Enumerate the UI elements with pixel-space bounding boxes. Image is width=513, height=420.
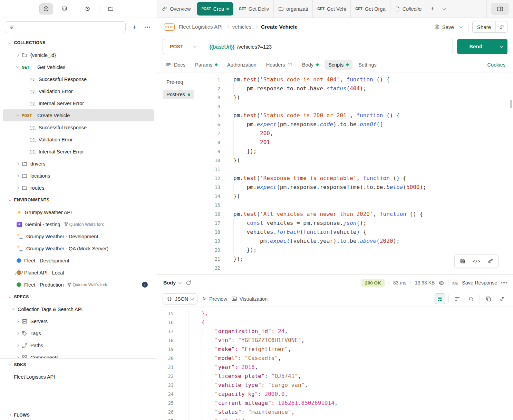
script-editor[interactable]: 1pm.test('Status code is not 404', funct… — [200, 72, 513, 274]
sidebar-item-paths[interactable]: Paths — [0, 339, 157, 351]
sidebar-item-grumpy-weather-development[interactable]: ☀☁Grumpy Weather - Development — [0, 230, 157, 242]
code-line[interactable]: 12pm.test('Response time is acceptable',… — [200, 174, 513, 183]
code-line[interactable]: 21"year": 2018, — [157, 363, 513, 372]
code-line[interactable]: 2pm.response.to.not.have.status(404); — [200, 84, 513, 93]
sidebar-item-fleet-production[interactable]: Fleet - ProductionQuinton Wall's fork✓ — [0, 279, 157, 291]
folders-icon[interactable] — [104, 3, 118, 14]
search-icon[interactable] — [466, 293, 476, 304]
sidebar-item-get-vehicles[interactable]: GETGet Vehicles — [0, 61, 157, 73]
response-body-dropdown[interactable]: Body — [163, 280, 181, 286]
tab-collectio[interactable]: Collectio — [390, 0, 427, 18]
code-line[interactable]: 20}); — [200, 246, 513, 254]
save-button[interactable]: Save — [434, 24, 454, 30]
code-line[interactable]: 6pm.expect(pm.response.code).to.be.oneOf… — [200, 120, 513, 129]
code-line[interactable]: 3}) — [200, 93, 513, 102]
response-size[interactable]: 13.93 KB — [415, 280, 435, 286]
response-history-icon[interactable] — [185, 280, 192, 286]
code-line[interactable]: 18vehicles.forEach(function(vehicle) { — [200, 228, 513, 237]
code-line[interactable]: 14}) — [200, 192, 513, 201]
code-line[interactable]: 16pm.test('All vehicles are newer than 2… — [200, 210, 513, 219]
tab-authorization[interactable]: Authorization — [223, 60, 260, 70]
sidebar-item-successful-response[interactable]: e.g.Successful Response — [0, 73, 157, 85]
pre-request-tab[interactable]: Pre-req — [163, 77, 187, 87]
wrap-line-icon[interactable] — [435, 293, 445, 304]
share-button[interactable]: Share — [472, 21, 507, 33]
code-line[interactable]: 27"id": 414, — [157, 417, 513, 420]
network-icon[interactable] — [438, 280, 444, 286]
code-line[interactable]: 18"vin": "YGF1GZZTC6H1FV0NE", — [157, 336, 513, 345]
section-flows[interactable]: FLOWS — [0, 410, 157, 420]
sidebar-item-internal-server-error[interactable]: e.g.Internal Server Error — [0, 97, 157, 109]
response-time[interactable]: 83 ms — [393, 280, 406, 286]
sidebar-item-planet-api-local[interactable]: Planet API - Local — [0, 267, 157, 279]
code-line[interactable]: 25"current_mileage": 196261.8502691914, — [157, 399, 513, 408]
code-line[interactable]: 19pm.expect(vehicle.year).to.be.above(20… — [200, 237, 513, 246]
sidebar-item-validation-error[interactable]: e.g.Validation Error — [0, 133, 157, 146]
sidebar-more-icon[interactable] — [143, 23, 152, 32]
post-response-tab[interactable]: Post-res — [163, 90, 194, 99]
sidebar-add-button[interactable]: + — [130, 23, 139, 32]
sidebar-item-components[interactable]: Components — [0, 351, 157, 358]
code-line[interactable]: 17const vehicles = pm.response.json(); — [200, 219, 513, 228]
tab-params[interactable]: Params — [191, 60, 221, 70]
sidebar-item-grumpy-weather-api[interactable]: ☀Grumpy Weather API — [0, 206, 157, 218]
cookies-link[interactable]: Cookies — [487, 62, 508, 68]
send-button[interactable]: Send — [457, 39, 507, 54]
sidebar-item-routes[interactable]: routes — [0, 182, 157, 194]
code-line[interactable]: 19"make": "Freightliner", — [157, 345, 513, 354]
code-line[interactable]: 11 — [200, 165, 513, 174]
tab-crea[interactable]: POSTCrea — [197, 2, 233, 16]
code-line[interactable]: 8201 — [200, 138, 513, 147]
code-line[interactable]: 5pm.test('Status code is 200 or 201', fu… — [200, 111, 513, 120]
tab-overview[interactable]: Overview — [157, 0, 195, 18]
sidebar-item-collection-tags-search-api[interactable]: Collection Tags & Search API — [0, 303, 157, 315]
sidebar-search-input[interactable] — [5, 21, 126, 33]
tab-headers[interactable]: Headers11 — [262, 60, 296, 70]
method-dropdown[interactable]: POST — [163, 39, 203, 54]
copy-icon[interactable] — [483, 293, 494, 304]
code-line[interactable]: 1pm.test('Status code is not 404', funct… — [200, 75, 513, 84]
tab-get-orga[interactable]: GETGet Orga — [351, 0, 390, 18]
code-line[interactable]: 9]); — [200, 147, 513, 156]
code-line[interactable]: 16{ — [157, 318, 513, 327]
breadcrumb-folder[interactable]: vehicles — [232, 24, 251, 30]
layout-toggle-button[interactable] — [491, 3, 509, 15]
tab-settings[interactable]: Settings — [355, 60, 380, 70]
code-line[interactable]: 10}) — [200, 156, 513, 165]
scrollbar[interactable] — [510, 100, 512, 108]
tab-get-vehi[interactable]: GETGet Vehi — [313, 0, 351, 18]
sidebar-item-validation-error[interactable]: e.g.Validation Error — [0, 85, 157, 97]
code-line[interactable]: 24"capacity_kg": 2000.0, — [157, 390, 513, 399]
history-icon[interactable] — [81, 3, 95, 14]
sidebar-item-internal-server-error[interactable]: e.g.Internal Server Error — [0, 146, 157, 158]
tab-body[interactable]: Body — [298, 60, 322, 70]
sidebar-item-gemini-testing[interactable]: ✦Gemini - testingQuinton Wall's fork — [0, 218, 157, 230]
save-response-button[interactable]: Save Response — [462, 280, 497, 286]
code-line[interactable]: 15 — [200, 201, 513, 210]
new-tab-button[interactable]: + — [426, 0, 438, 18]
sidebar-item-fleet-development[interactable]: Fleet - Development — [0, 254, 157, 267]
code-line[interactable]: 17"organization_id": 24, — [157, 327, 513, 336]
code-line[interactable]: 20"model": "Cascadia", — [157, 354, 513, 363]
url-input[interactable]: {{baseUrl}}/vehicles?=123 — [203, 44, 277, 50]
collections-icon[interactable] — [39, 3, 53, 14]
code-line[interactable]: 4 — [200, 102, 513, 111]
section-sdks[interactable]: SDKS — [0, 358, 157, 371]
apis-icon[interactable] — [58, 3, 71, 14]
sort-icon[interactable] — [452, 293, 463, 304]
tab-organizati[interactable]: organizati — [274, 0, 313, 18]
sidebar-item-successful-response[interactable]: e.g.Successful Response — [0, 121, 157, 133]
code-line[interactable]: 23"vehicle_type": "cargo_van", — [157, 381, 513, 390]
section-collections[interactable]: COLLECTIONS — [0, 37, 157, 49]
send-options-chevron[interactable] — [495, 46, 507, 47]
sidebar-item-grumpy-weather-qa-mock-server[interactable]: ☀☁Grumpy Weather - QA (Mock Server) — [0, 242, 157, 254]
sidebar-item-tags[interactable]: Tags — [0, 327, 157, 339]
section-environments[interactable]: ENVIRONMENTS — [0, 194, 157, 206]
sidebar-item-fleet-logistics-api[interactable]: Fleet Logistics API — [0, 371, 157, 383]
tab-overflow-chevron[interactable] — [438, 0, 450, 18]
tab-get-deliv[interactable]: GETGet Deliv — [234, 0, 274, 18]
response-format-dropdown[interactable]: {} JSON — [163, 293, 197, 304]
link-icon[interactable] — [497, 293, 507, 304]
code-line[interactable]: 13pm.expect(pm.response.responseTime).to… — [200, 183, 513, 192]
code-line[interactable]: 7200, — [200, 129, 513, 138]
